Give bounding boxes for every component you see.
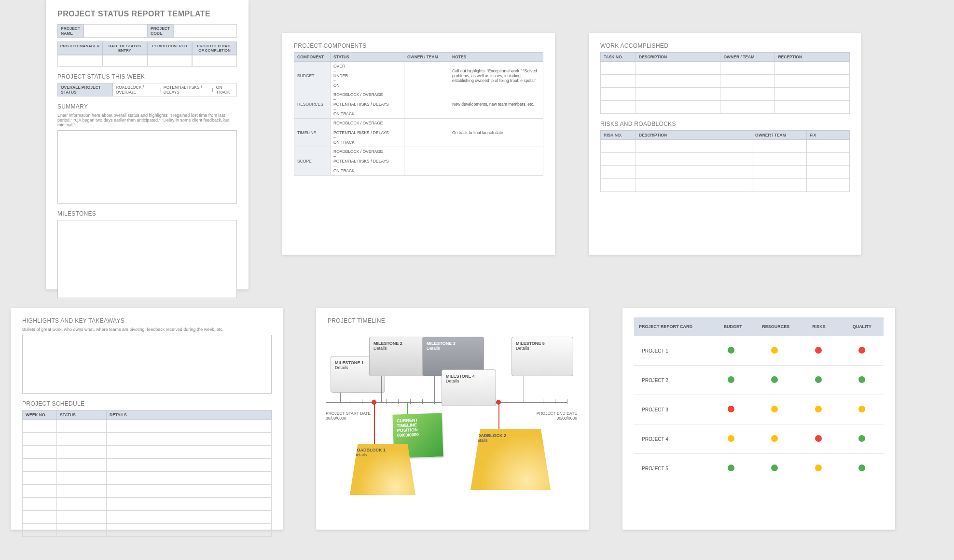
row-resources: RESOURCES xyxy=(294,90,331,119)
status-dot-cell xyxy=(797,406,840,413)
col-quality: QUALITY xyxy=(841,317,884,336)
row-timeline: TIMELINE xyxy=(294,119,331,147)
status-dot-cell xyxy=(797,464,840,472)
timeline-end: PROJECT END DATE00/00/0000 xyxy=(537,411,577,421)
report-project-label: PROJECT 2 xyxy=(634,378,709,383)
page-status-report: PROJECT STATUS REPORT TEMPLATE PROJECT N… xyxy=(46,0,249,289)
field-period-label: PERIOD COVERED xyxy=(147,41,192,55)
status-dot-cell xyxy=(840,406,884,413)
status-dot-icon xyxy=(728,435,734,442)
status-dot-icon xyxy=(815,435,822,442)
row-scope: SCOPE xyxy=(294,147,331,176)
report-project-label: PROJECT 5 xyxy=(634,466,709,471)
roadblock-2: ROADBLOCK 2Details xyxy=(470,429,551,490)
field-proj-date-label: PROJECTED DATE OF COMPLETION xyxy=(192,41,237,55)
milestones-box[interactable] xyxy=(57,220,237,298)
report-project-label: PROJECT 3 xyxy=(634,407,709,412)
status-dot-icon xyxy=(858,406,865,412)
report-row: PROJECT 1 xyxy=(634,336,884,366)
status-week-title: PROJECT STATUS THIS WEEK xyxy=(57,73,237,80)
status-dot-icon xyxy=(815,464,822,471)
summary-box[interactable] xyxy=(57,130,237,204)
page-timeline: PROJECT TIMELINE /* ticks generated belo… xyxy=(316,308,589,530)
highlights-box[interactable] xyxy=(22,335,272,394)
status-dot-icon xyxy=(771,406,778,412)
field-proj-date-value[interactable] xyxy=(192,55,237,67)
report-row: PROJECT 2 xyxy=(634,366,884,395)
status-dot-cell xyxy=(753,464,796,472)
field-proj-mgr-label: PROJECT MANAGER xyxy=(57,41,102,55)
report-project-label: PROJECT 1 xyxy=(634,348,709,354)
status-dot-cell xyxy=(840,435,884,443)
highlights-title: HIGHLIGHTS AND KEY TAKEAWAYS xyxy=(22,317,272,324)
summary-hint: Enter information here about overall sta… xyxy=(57,113,237,127)
components-table: COMPONENT STATUS OWNER / TEAM NOTES BUDG… xyxy=(294,52,543,176)
status-dot-icon xyxy=(728,347,734,354)
report-row: PROJECT 4 xyxy=(634,424,884,454)
milestone-2: MILESTONE 2Details xyxy=(369,337,431,376)
status-dot-icon xyxy=(771,435,778,442)
field-project-code-label: PROJECT CODE xyxy=(147,24,173,38)
status-dot-icon xyxy=(771,376,778,383)
status-dot-icon xyxy=(771,347,778,354)
summary-title: SUMMARY xyxy=(57,103,237,110)
work-title: WORK ACCOMPLISHED xyxy=(600,42,850,49)
timeline-title: PROJECT TIMELINE xyxy=(328,317,577,324)
status-dot-cell xyxy=(753,435,796,443)
col-status: STATUS xyxy=(331,53,404,62)
status-dot-icon xyxy=(815,347,822,354)
page-work-risks: WORK ACCOMPLISHED TASK NO.DESCRIPTIONOWN… xyxy=(589,33,861,255)
overall-status-opts: ROADBLOCK / OVERAGE | POTENTIAL RISKS / … xyxy=(112,83,237,96)
overall-status-label: OVERALL PROJECT STATUS xyxy=(57,83,112,96)
schedule-table: WEEK NO.STATUSDETAILS xyxy=(22,410,272,537)
field-period-value[interactable] xyxy=(147,55,192,67)
field-date-entry-value[interactable] xyxy=(102,55,147,67)
roadblock-1: ROADBLOCK 1Details xyxy=(350,444,415,495)
status-dot-icon xyxy=(771,464,778,471)
status-dot-cell xyxy=(840,464,884,472)
report-header-row: PROJECT REPORT CARD BUDGET RESOURCES RIS… xyxy=(634,317,884,336)
schedule-title: PROJECT SCHEDULE xyxy=(22,400,272,407)
field-project-code-value[interactable] xyxy=(173,24,237,38)
field-project-name-label: PROJECT NAME xyxy=(57,24,83,38)
page-components: PROJECT COMPONENTS COMPONENT STATUS OWNE… xyxy=(282,33,555,255)
opt-ontrack: ON TRACK xyxy=(216,85,234,95)
field-mgr-value[interactable] xyxy=(57,55,102,67)
table-row[interactable] xyxy=(601,62,636,75)
highlights-hint: Bullets of great work, who owns what, wh… xyxy=(22,327,272,332)
page-highlights: HIGHLIGHTS AND KEY TAKEAWAYS Bullets of … xyxy=(11,308,283,530)
report-row: PROJECT 3 xyxy=(634,395,884,424)
opt-risks: POTENTIAL RISKS / DELAYS xyxy=(164,85,209,95)
status-dot-cell xyxy=(709,376,753,384)
status-dot-cell xyxy=(709,406,753,413)
col-risks: RISKS xyxy=(798,317,841,336)
timeline-start: PROJECT START DATE00/00/0000 xyxy=(326,411,371,421)
col-notes: NOTES xyxy=(449,53,543,62)
page-report-card: PROJECT REPORT CARD BUDGET RESOURCES RIS… xyxy=(622,308,895,530)
roadblock-icon xyxy=(496,400,501,405)
status-dot-cell xyxy=(709,347,753,355)
status-dot-icon xyxy=(815,376,822,383)
col-resources: RESOURCES xyxy=(754,317,797,336)
status-dot-cell xyxy=(840,347,884,355)
components-title: PROJECT COMPONENTS xyxy=(294,42,543,49)
risks-title: RISKS AND ROADBLOCKS xyxy=(600,121,850,127)
status-dot-icon xyxy=(728,406,734,412)
report-row: PROJECT 5 xyxy=(634,454,884,483)
field-project-name-value[interactable] xyxy=(83,24,147,38)
status-dot-icon xyxy=(728,376,734,383)
col-owner: OWNER / TEAM xyxy=(404,53,449,62)
status-dot-icon xyxy=(858,347,865,354)
field-date-entry-label: DATE OF STATUS ENTRY xyxy=(102,41,147,55)
status-dot-icon xyxy=(858,435,865,442)
status-dot-cell xyxy=(753,376,796,384)
status-dot-cell xyxy=(753,406,796,413)
status-dot-cell xyxy=(797,435,840,443)
page-title: PROJECT STATUS REPORT TEMPLATE xyxy=(57,10,237,18)
report-project-label: PROJECT 4 xyxy=(634,437,709,442)
milestones-title: MILESTONES xyxy=(57,210,237,217)
status-dot-icon xyxy=(858,464,865,471)
work-table: TASK NO.DESCRIPTIONOWNER / TEAMRECEPTION xyxy=(600,52,850,114)
status-dot-cell xyxy=(709,435,753,443)
risks-table: RISK NO.DESCRIPTIONOWNER / TEAMFIX xyxy=(600,130,850,192)
